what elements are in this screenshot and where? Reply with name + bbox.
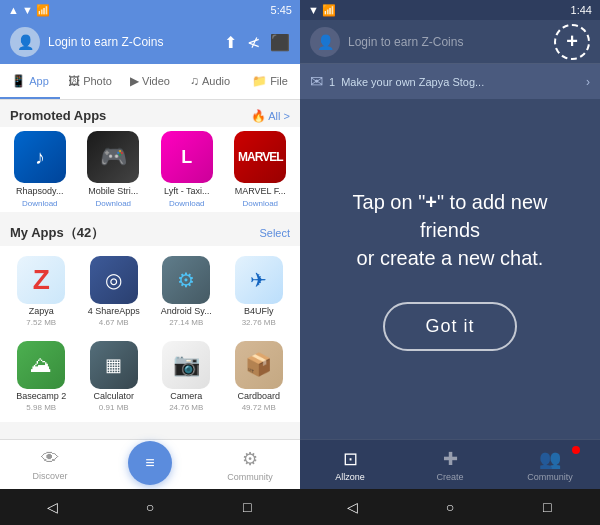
nav-center[interactable]: ≡	[100, 440, 200, 489]
chevron-right-icon: ›	[586, 75, 590, 89]
left-status-bar: ▲ ▼ 📶 5:45	[0, 0, 300, 20]
right-main-content: Tap on "+" to add new friendsor create a…	[300, 99, 600, 439]
mobile-name: Mobile Stri...	[88, 186, 138, 196]
recents-btn-left[interactable]: □	[232, 495, 262, 519]
left-bottom-nav: 👁 Discover ≡ ⚙ Community	[0, 439, 300, 489]
add-friend-button[interactable]: +	[554, 24, 590, 60]
right-nav-allzone[interactable]: ⊡ Allzone	[300, 440, 400, 489]
marvel-icon: MARVEL	[234, 131, 286, 183]
all-link[interactable]: 🔥 All >	[251, 109, 290, 123]
notification-text: Make your own Zapya Stog...	[341, 76, 580, 88]
app-cardboard[interactable]: 📦 Cardboard 49.72 MB	[224, 335, 295, 418]
discover-label: Discover	[32, 471, 67, 481]
basecamp-icon: ⛰	[17, 341, 65, 389]
tab-video-label: Video	[142, 75, 170, 87]
tab-audio-label: Audio	[202, 75, 230, 87]
app-b4ufly[interactable]: ✈ B4UFly 32.76 MB	[224, 250, 295, 333]
basecamp-name: Basecamp 2	[16, 391, 66, 401]
cardboard-size: 49.72 MB	[242, 403, 276, 412]
my-apps-title: My Apps（42）	[10, 224, 104, 242]
app-calculator[interactable]: ▦ Calculator 0.91 MB	[79, 335, 150, 418]
upload-icon[interactable]: ⬆	[224, 33, 237, 52]
left-top-icons: ⬆ ≮ ⬛	[224, 33, 290, 52]
tab-photo-label: Photo	[83, 75, 112, 87]
fire-icon: 🔥	[251, 109, 266, 123]
create-label: Create	[436, 472, 463, 482]
badge-dot	[572, 446, 580, 454]
left-system-bar: ◁ ○ □	[0, 489, 300, 525]
right-nav-community[interactable]: 👥 Community	[500, 440, 600, 489]
promoted-apps-list: ♪ Rhapsody... Download 🎮 Mobile Stri... …	[0, 127, 300, 212]
b4ufly-size: 32.76 MB	[242, 318, 276, 327]
zapya-size: 7.52 MB	[26, 318, 56, 327]
allzone-label: Allzone	[335, 472, 365, 482]
app-camera[interactable]: 📷 Camera 24.76 MB	[151, 335, 222, 418]
right-nav-create[interactable]: ✚ Create	[400, 440, 500, 489]
tab-photo[interactable]: 🖼 Photo	[60, 64, 120, 99]
nav-community[interactable]: ⚙ Community	[200, 440, 300, 489]
add-icon: +	[566, 30, 578, 53]
app-android[interactable]: ⚙ Android Sy... 27.14 MB	[151, 250, 222, 333]
app-4share[interactable]: ◎ 4 ShareApps 4.67 MB	[79, 250, 150, 333]
tab-file-label: File	[270, 75, 288, 87]
tab-audio[interactable]: ♫ Audio	[180, 64, 240, 99]
4share-size: 4.67 MB	[99, 318, 129, 327]
recents-btn-right[interactable]: □	[532, 495, 562, 519]
got-it-button[interactable]: Got it	[383, 302, 516, 351]
mobile-action: Download	[95, 199, 131, 208]
promo-app-lyft[interactable]: L Lyft - Taxi... Download	[153, 131, 221, 208]
notification-number: 1	[329, 76, 335, 88]
center-nav-btn[interactable]: ≡	[128, 441, 172, 485]
android-size: 27.14 MB	[169, 318, 203, 327]
right-login-text: Login to earn Z-Coins	[348, 35, 546, 49]
envelope-icon: ✉	[310, 72, 323, 91]
lyft-icon: L	[161, 131, 213, 183]
camera-icon: 📷	[162, 341, 210, 389]
rhapsody-icon: ♪	[14, 131, 66, 183]
create-icon: ✚	[443, 448, 458, 470]
notification-bar[interactable]: ✉ 1 Make your own Zapya Stog... ›	[300, 64, 600, 99]
promoted-apps-header: Promoted Apps 🔥 All >	[0, 100, 300, 127]
nav-discover[interactable]: 👁 Discover	[0, 440, 100, 489]
discover-icon: 👁	[41, 448, 59, 469]
cardboard-name: Cardboard	[237, 391, 280, 401]
community-left-icon: ⚙	[242, 448, 258, 470]
tab-app[interactable]: 📱 App	[0, 64, 60, 99]
mobile-icon: 🎮	[87, 131, 139, 183]
tab-file[interactable]: 📁 File	[240, 64, 300, 99]
app-tab-icon: 📱	[11, 74, 26, 88]
right-avatar: 👤	[310, 27, 340, 57]
app-zapya[interactable]: Z Zapya 7.52 MB	[6, 250, 77, 333]
left-phone: ▲ ▼ 📶 5:45 👤 Login to earn Z-Coins ⬆ ≮ ⬛…	[0, 0, 300, 525]
left-avatar: 👤	[10, 27, 40, 57]
right-status-bar: ▼ 📶 1:44	[300, 0, 600, 20]
community-right-icon: 👥	[539, 448, 561, 470]
home-btn-right[interactable]: ○	[435, 495, 465, 519]
left-login-text: Login to earn Z-Coins	[48, 35, 216, 49]
left-top-bar: 👤 Login to earn Z-Coins ⬆ ≮ ⬛	[0, 20, 300, 64]
left-status-icons: ▲ ▼ 📶	[8, 4, 50, 17]
expand-icon[interactable]: ⬛	[270, 33, 290, 52]
back-btn-left[interactable]: ◁	[38, 495, 68, 519]
tab-bar: 📱 App 🖼 Photo ▶ Video ♫ Audio 📁 File	[0, 64, 300, 100]
content-area: Promoted Apps 🔥 All > ♪ Rhapsody... Down…	[0, 100, 300, 439]
right-system-bar: ◁ ○ □	[300, 489, 600, 525]
home-btn-left[interactable]: ○	[135, 495, 165, 519]
audio-tab-icon: ♫	[190, 74, 199, 88]
photo-tab-icon: 🖼	[68, 74, 80, 88]
share-icon[interactable]: ≮	[247, 33, 260, 52]
promo-app-marvel[interactable]: MARVEL MARVEL F... Download	[227, 131, 295, 208]
plus-highlight: +	[425, 191, 437, 213]
select-button[interactable]: Select	[259, 227, 290, 239]
my-apps-header: My Apps（42） Select	[0, 218, 300, 246]
right-bottom-nav: ⊡ Allzone ✚ Create 👥 Community	[300, 439, 600, 489]
cardboard-icon: 📦	[235, 341, 283, 389]
back-btn-right[interactable]: ◁	[338, 495, 368, 519]
tab-video[interactable]: ▶ Video	[120, 64, 180, 99]
app-basecamp[interactable]: ⛰ Basecamp 2 5.98 MB	[6, 335, 77, 418]
right-status-icons: ▼ 📶	[308, 4, 336, 17]
promo-app-rhapsody[interactable]: ♪ Rhapsody... Download	[6, 131, 74, 208]
community-right-label: Community	[527, 472, 573, 482]
android-name: Android Sy...	[161, 306, 212, 316]
promo-app-mobile[interactable]: 🎮 Mobile Stri... Download	[80, 131, 148, 208]
